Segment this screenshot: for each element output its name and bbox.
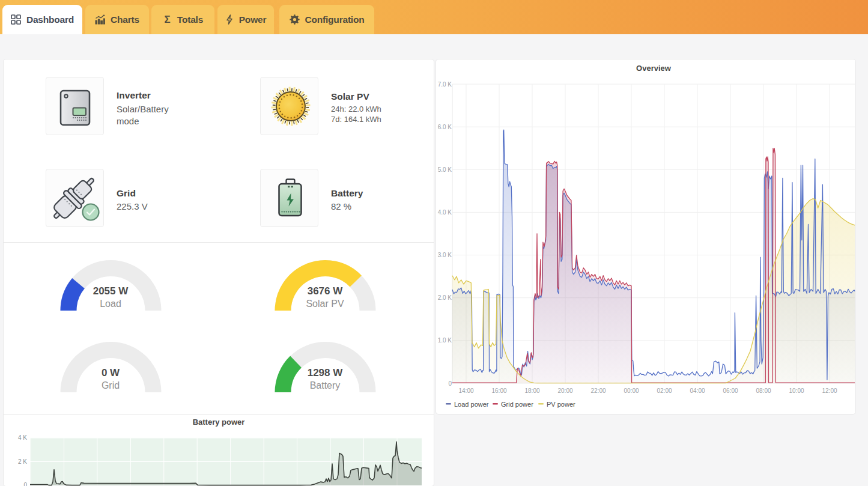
- svg-text:7.0 K: 7.0 K: [438, 81, 452, 88]
- svg-text:18:00: 18:00: [524, 387, 539, 394]
- svg-text:04:00: 04:00: [690, 387, 705, 394]
- svg-text:1.0 K: 1.0 K: [438, 337, 452, 344]
- svg-text:08:00: 08:00: [756, 387, 771, 394]
- svg-text:Grid power: Grid power: [501, 401, 533, 408]
- svg-text:16:00: 16:00: [491, 387, 506, 394]
- svg-text:Σ: Σ: [164, 14, 170, 25]
- svg-text:4.0 K: 4.0 K: [438, 209, 452, 216]
- svg-text:0: 0: [23, 482, 27, 486]
- svg-text:0: 0: [448, 380, 452, 387]
- svg-text:6.0 K: 6.0 K: [438, 124, 452, 130]
- svg-text:14:00: 14:00: [458, 387, 473, 394]
- svg-text:2.0 K: 2.0 K: [438, 294, 452, 301]
- svg-text:10:00: 10:00: [789, 387, 804, 394]
- svg-text:00:00: 00:00: [624, 387, 639, 394]
- svg-text:4 K: 4 K: [18, 434, 27, 441]
- svg-text:Load power: Load power: [454, 401, 489, 408]
- svg-text:PV power: PV power: [547, 401, 575, 408]
- svg-text:3.0 K: 3.0 K: [438, 252, 452, 258]
- svg-text:12:00: 12:00: [822, 387, 837, 394]
- svg-text:2 K: 2 K: [18, 458, 27, 465]
- svg-text:5.0 K: 5.0 K: [438, 166, 452, 173]
- svg-text:22:00: 22:00: [590, 387, 605, 394]
- svg-text:06:00: 06:00: [723, 387, 738, 394]
- svg-text:02:00: 02:00: [657, 387, 672, 394]
- svg-text:20:00: 20:00: [557, 387, 572, 394]
